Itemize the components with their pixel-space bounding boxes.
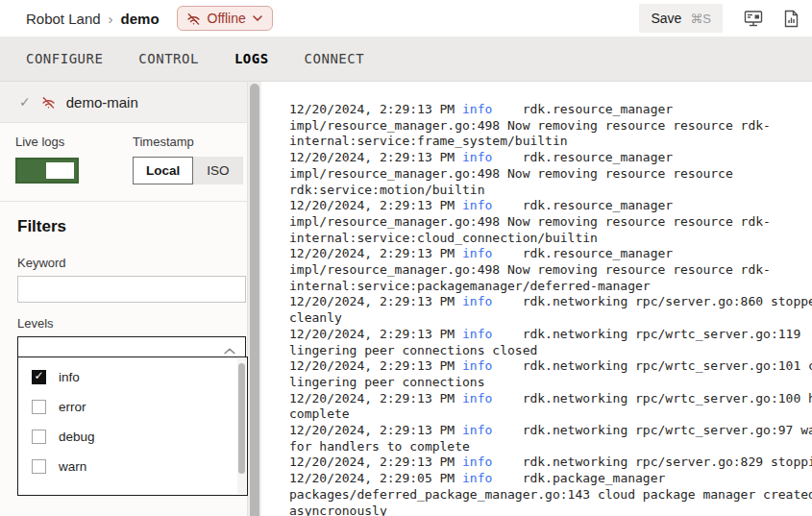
- timestamp-iso-button[interactable]: ISO: [193, 157, 242, 184]
- log-message: rdk.networking rpc/server.go:829 stoppin…: [492, 455, 812, 469]
- chevron-up-icon: [224, 346, 235, 356]
- log-level: info: [462, 150, 492, 164]
- chevron-down-icon: [253, 15, 262, 21]
- log-level: info: [462, 327, 492, 341]
- app-header: Robot Land › demo Offline Save ⌘S: [0, 0, 812, 37]
- level-option-label: debug: [59, 430, 95, 444]
- tab-logs[interactable]: LOGS: [234, 51, 269, 66]
- checkbox-icon[interactable]: [32, 370, 46, 384]
- dropdown-scrollbar-track: [237, 358, 246, 494]
- log-entry: 12/20/2024, 2:29:13 PM info rdk.networki…: [289, 327, 812, 358]
- levels-option-list: info error debug warn: [18, 357, 247, 481]
- log-timestamp: 12/20/2024, 2:29:13 PM: [289, 391, 462, 405]
- log-level: info: [462, 246, 492, 260]
- live-logs-toggle[interactable]: [15, 158, 79, 184]
- log-panel: 12/20/2024, 2:29:13 PM info rdk.resource…: [261, 82, 812, 516]
- log-level: info: [462, 471, 492, 485]
- log-timestamp: 12/20/2024, 2:29:13 PM: [289, 358, 462, 373]
- breadcrumb-separator: ›: [109, 11, 113, 27]
- log-timestamp: 12/20/2024, 2:29:13 PM: [289, 327, 462, 341]
- level-option-label: warn: [59, 459, 86, 474]
- breadcrumb-current: demo: [121, 11, 160, 27]
- log-level: info: [462, 198, 492, 212]
- log-timestamp: 12/20/2024, 2:29:13 PM: [289, 423, 462, 437]
- tab-bar: CONFIGURE CONTROL LOGS CONNECT: [0, 37, 812, 82]
- log-timestamp: 12/20/2024, 2:29:13 PM: [289, 294, 462, 308]
- log-entry: 12/20/2024, 2:29:13 PM info rdk.networki…: [289, 391, 812, 423]
- dropdown-scrollbar-thumb[interactable]: [238, 363, 245, 474]
- log-level: info: [462, 423, 492, 437]
- timestamp-label: Timestamp: [133, 135, 243, 149]
- level-option-debug[interactable]: debug: [18, 422, 247, 452]
- log-entry: 12/20/2024, 2:29:13 PM info rdk.resource…: [289, 102, 812, 150]
- filters-title: Filters: [17, 217, 247, 236]
- monitor-icon[interactable]: [744, 10, 763, 28]
- filters-section: Filters Keyword Levels: [0, 202, 247, 365]
- level-option-label: info: [59, 370, 80, 384]
- log-entry: 12/20/2024, 2:29:13 PM info rdk.networki…: [289, 423, 812, 455]
- log-timestamp: 12/20/2024, 2:29:13 PM: [289, 150, 462, 164]
- log-level: info: [462, 102, 492, 116]
- log-level: info: [462, 455, 492, 469]
- tab-control[interactable]: CONTROL: [138, 51, 199, 66]
- levels-label: Levels: [17, 316, 247, 331]
- keyword-label: Keyword: [17, 256, 247, 270]
- log-entry: 12/20/2024, 2:29:13 PM info rdk.networki…: [289, 358, 812, 390]
- log-level: info: [462, 358, 492, 373]
- checkbox-icon[interactable]: [32, 430, 46, 444]
- timestamp-format-group: Local ISO: [133, 157, 243, 184]
- level-option-error[interactable]: error: [18, 392, 247, 422]
- log-entry: 12/20/2024, 2:29:13 PM info rdk.networki…: [289, 294, 812, 326]
- log-entry: 12/20/2024, 2:29:13 PM info rdk.resource…: [289, 246, 812, 294]
- log-timestamp: 12/20/2024, 2:29:05 PM: [289, 471, 462, 485]
- log-timestamp: 12/20/2024, 2:29:13 PM: [289, 246, 462, 260]
- main-area: ✓ demo-main Live logs Timestamp: [0, 82, 812, 516]
- machine-status-dropdown[interactable]: Offline: [177, 6, 273, 31]
- log-entry: 12/20/2024, 2:29:05 PM info rdk.package_…: [289, 471, 812, 516]
- checkbox-icon[interactable]: [32, 400, 46, 414]
- part-selector-demo-main[interactable]: ✓ demo-main: [0, 82, 247, 123]
- log-list: 12/20/2024, 2:29:13 PM info rdk.resource…: [289, 102, 812, 516]
- breadcrumb-parent[interactable]: Robot Land: [26, 11, 101, 27]
- log-timestamp: 12/20/2024, 2:29:13 PM: [289, 455, 462, 469]
- save-label: Save: [651, 11, 681, 26]
- logs-scrollbar-track[interactable]: [248, 82, 261, 516]
- logs-sidebar: ✓ demo-main Live logs Timestamp: [0, 82, 248, 516]
- live-logs-label: Live logs: [15, 135, 133, 149]
- wifi-off-icon: [41, 95, 56, 110]
- log-level: info: [462, 391, 492, 405]
- tab-connect[interactable]: CONNECT: [305, 51, 365, 66]
- log-timestamp: 12/20/2024, 2:29:13 PM: [289, 102, 462, 116]
- breadcrumb: Robot Land › demo: [26, 11, 160, 27]
- checkbox-icon[interactable]: [32, 459, 46, 474]
- level-option-warn[interactable]: warn: [18, 452, 247, 481]
- check-icon: ✓: [19, 94, 31, 110]
- status-label: Offline: [208, 11, 246, 26]
- wifi-off-icon: [186, 12, 201, 26]
- levels-dropdown: info error debug warn: [17, 356, 248, 496]
- log-entry: 12/20/2024, 2:29:13 PM info rdk.networki…: [289, 455, 812, 471]
- logs-scrollbar-thumb[interactable]: [250, 84, 259, 516]
- level-option-info[interactable]: info: [18, 362, 247, 392]
- log-entry: 12/20/2024, 2:29:13 PM info rdk.resource…: [289, 198, 812, 246]
- save-button[interactable]: Save ⌘S: [639, 4, 723, 33]
- log-timestamp: 12/20/2024, 2:29:13 PM: [289, 198, 462, 212]
- log-controls: Live logs Timestamp Local ISO: [0, 123, 247, 202]
- level-option-label: error: [59, 400, 86, 414]
- tab-configure[interactable]: CONFIGURE: [26, 51, 103, 66]
- log-level: info: [462, 294, 492, 308]
- timestamp-local-button[interactable]: Local: [133, 157, 193, 184]
- part-name: demo-main: [66, 94, 138, 111]
- file-chart-icon[interactable]: [784, 10, 799, 28]
- save-shortcut: ⌘S: [690, 12, 711, 26]
- toggle-knob: [46, 162, 74, 179]
- log-entry: 12/20/2024, 2:29:13 PM info rdk.resource…: [289, 150, 812, 198]
- keyword-input[interactable]: [17, 276, 246, 303]
